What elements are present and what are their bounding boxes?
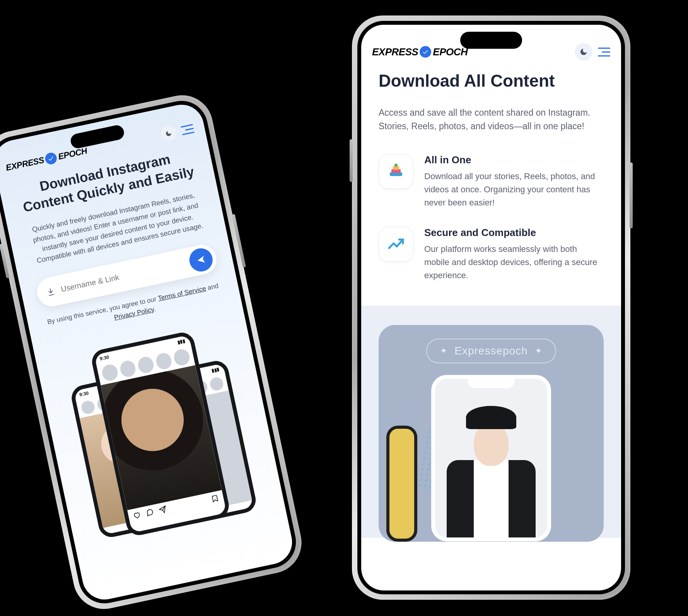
promo-center-phone <box>431 375 551 541</box>
bookmark-icon[interactable] <box>210 494 220 503</box>
gallery-mockup: 9:30▮▮▮ 9:30▮▮▮ 9:30▮▮▮ <box>51 322 275 572</box>
phone-mockup-right: EXPRESS EPOCH Download All Content Acces… <box>352 15 630 600</box>
brand-prefix: EXPRESS <box>5 155 45 173</box>
promo-section: ✦ Expressepoch ✦ <box>361 306 621 538</box>
promo-card: ✦ Expressepoch ✦ <box>379 325 604 542</box>
tos-link[interactable]: Terms of Service <box>157 284 207 302</box>
hamburger-icon <box>181 124 193 128</box>
promo-pill: ✦ Expressepoch ✦ <box>426 339 556 363</box>
carousel-stack-icon <box>379 154 413 189</box>
share-icon[interactable] <box>158 505 167 514</box>
svg-point-3 <box>394 164 398 167</box>
heart-icon[interactable] <box>132 510 142 520</box>
gallery-photo <box>101 365 222 510</box>
page-title: Download All Content <box>379 71 604 91</box>
verified-badge-icon <box>420 46 431 58</box>
search-input[interactable] <box>54 258 191 295</box>
promo-label: Expressepoch <box>454 345 528 357</box>
promo-person-illustration <box>445 406 538 537</box>
moon-icon <box>579 48 588 56</box>
sparkle-icon: ✦ <box>440 346 447 356</box>
brand-suffix: EPOCH <box>433 46 468 58</box>
submit-button[interactable] <box>187 246 215 274</box>
feature-title: All in One <box>424 154 604 166</box>
menu-button[interactable] <box>180 122 195 137</box>
brand-prefix: EXPRESS <box>372 46 418 58</box>
hamburger-icon <box>598 48 610 49</box>
promo-side-phone <box>386 426 417 542</box>
send-icon <box>195 254 206 265</box>
trend-arrow-icon <box>379 227 413 262</box>
page-subtitle: Access and save all the content shared o… <box>379 106 604 133</box>
moon-icon <box>164 129 172 137</box>
sparkle-icon: ✦ <box>535 346 542 356</box>
feature-secure: Secure and Compatible Our platform works… <box>379 227 604 282</box>
phone-mockup-left: EXPRESS EPOCH Download Instagram Content… <box>0 89 307 614</box>
feature-all-in-one: All in One Download all your stories, Re… <box>379 154 604 209</box>
feature-desc: Download all your stories, Reels, photos… <box>424 170 604 209</box>
verified-badge-icon <box>44 152 58 166</box>
feature-title: Secure and Compatible <box>424 227 604 239</box>
brand-suffix: EPOCH <box>57 146 88 162</box>
theme-toggle-button[interactable] <box>159 124 178 142</box>
brand-logo[interactable]: EXPRESS EPOCH <box>372 46 468 58</box>
feature-desc: Our platform works seamlessly with both … <box>424 243 604 282</box>
brand-logo[interactable]: EXPRESS EPOCH <box>5 145 88 174</box>
menu-button[interactable] <box>598 46 610 58</box>
comment-icon[interactable] <box>145 508 155 517</box>
theme-toggle-button[interactable] <box>575 43 592 61</box>
dynamic-island <box>460 32 522 49</box>
